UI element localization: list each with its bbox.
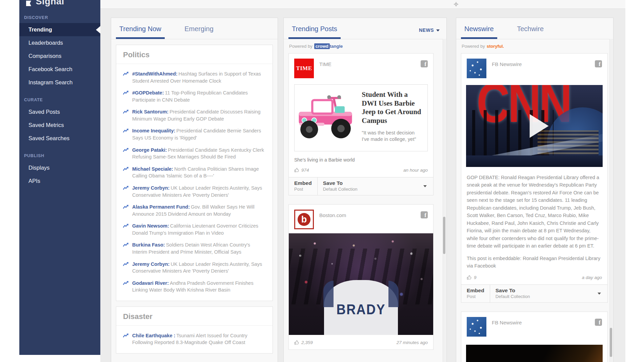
preview-headline[interactable]: Student With a DWI Uses Barbie Jeep to G… [362,90,421,125]
save-to-dropdown[interactable] [417,177,433,195]
tab-trending-now[interactable]: Trending Now [116,25,165,39]
post-stats: 974 an hour ago [289,163,433,177]
sidebar-item-comparisons[interactable]: Comparisons [19,49,100,63]
signal-logo[interactable]: Signal [19,0,100,7]
trending-topic-item[interactable]: Alaska Permanent Fund:Gov. Bill Walker S… [123,204,266,217]
trending-topic-item[interactable]: Jeremy Corbyn:UK Labour Leader Rejects A… [123,185,266,198]
sidebar-section-curate: CURATE [24,98,100,102]
trending-topic-item[interactable]: Jeremy Corbyn:UK Labour Leader Rejects A… [123,261,266,275]
sidebar-item-facebook-search[interactable]: Facebook Search [19,63,100,76]
post-source-name[interactable]: TIME [319,61,421,67]
boston-logo[interactable]: b [294,210,314,229]
topic-name[interactable]: #StandWithAhmed: [132,71,178,77]
trend-arrow-icon [123,90,129,95]
post-caption: She's living in a Barbie world [289,151,433,163]
section-title-disaster: Disaster [116,307,273,326]
sidebar-item-instagram-search[interactable]: Instagram Search [19,76,100,89]
sidebar-item-leaderboards[interactable]: Leaderboards [19,36,100,49]
time-logo-text: TIME [296,65,312,72]
topic-name[interactable]: Gavin Newsom: [132,223,169,229]
sidebar-item-displays[interactable]: Displays [19,161,100,174]
topic-name[interactable]: Burkina Faso: [132,242,165,248]
newswire-scrollbar-thumb[interactable] [610,328,612,357]
sidebar-item-apis[interactable]: APIs [19,174,100,188]
save-to-dropdown[interactable] [591,285,607,302]
topic-name[interactable]: Jeremy Corbyn: [132,261,169,267]
fb-newswire-logo[interactable] [467,59,486,78]
embed-button[interactable]: Embed Post [461,285,490,302]
tab-techwire[interactable]: Techwire [514,25,547,37]
posts-scrollbar-thumb[interactable] [443,217,445,254]
trending-topic-item[interactable]: Chile Earthquake :Tsunami Alert Issued f… [123,332,266,346]
trending-topic-item[interactable]: George Pataki:Presidential Candidate Say… [123,147,266,161]
post-header: FB Newswire [461,54,607,82]
topic-name[interactable]: George Pataki: [132,147,167,153]
sidebar-item-label: Comparisons [28,53,61,59]
facebook-icon[interactable] [421,60,428,67]
post-image-cropped[interactable] [466,345,603,362]
disaster-section: Disaster Chile Earthquake :Tsunami Alert… [116,306,273,354]
trending-topic-item[interactable]: Burkina Faso:Soldiers Detain West Africa… [123,241,266,255]
sidebar-item-saved-metrics[interactable]: Saved Metrics [19,119,100,132]
facebook-icon[interactable] [595,319,602,326]
newswire-scrollbar-track[interactable] [609,39,613,362]
brady-photo[interactable]: BRADY [289,233,433,335]
trending-topic-item[interactable]: Godavari River:Andhra Pradesh Government… [123,280,266,294]
link-preview[interactable]: Student With a DWI Uses Barbie Jeep to G… [294,84,428,151]
trending-topic-item[interactable]: Income Inequality:Presidential Candidate… [123,127,266,141]
facebook-icon[interactable] [595,60,602,67]
trending-panel: Trending Now Emerging Politics #StandWit… [111,18,278,362]
storyful-logo: storyful. [487,44,504,49]
link-preview-text: Student With a DWI Uses Barbie Jeep to G… [356,85,427,151]
newswire-tabs: Newswire Techwire [456,18,613,39]
disaster-topic-list: Chile Earthquake :Tsunami Alert Issued f… [116,326,273,353]
trend-arrow-icon [123,148,129,152]
fb-newswire-logo[interactable] [467,317,486,337]
tab-emerging[interactable]: Emerging [181,25,217,37]
play-button[interactable] [529,114,548,138]
section-title-politics: Politics [116,45,273,64]
topic-name[interactable]: Jeremy Corbyn: [132,185,169,191]
trending-topic-item[interactable]: Rick Santorum:Presidential Candidate Dis… [123,108,266,122]
save-to-collection: Default Collection [323,187,411,192]
sidebar-item-trending[interactable]: Trending [19,23,100,36]
topic-name[interactable]: Michael Speciale: [132,166,173,172]
sidebar-item-saved-searches[interactable]: Saved Searches [19,132,100,145]
barbie-jeep-image [295,85,356,151]
trending-topic-item[interactable]: #GOPDebate:11 Top-Polling Republican Can… [123,89,266,103]
sidebar-item-saved-posts[interactable]: Saved Posts [19,105,100,119]
post-source-name[interactable]: Boston.com [319,212,421,218]
trending-posts-panel: Trending Posts NEWS Powered bycrowdtangl… [283,18,447,362]
trending-topic-item[interactable]: Gavin Newsom:California Lieutenant Gover… [123,222,266,236]
powered-by-label: Powered by [462,44,485,49]
embed-button[interactable]: Embed Post [289,177,317,195]
chevron-down-icon [598,293,601,295]
sidebar-item-label: APIs [28,178,40,184]
save-to-button[interactable]: Save To Default Collection [490,285,591,302]
trending-topic-item[interactable]: Michael Speciale:North Carolina Politici… [123,166,266,179]
crowdtangle-logo-rest: tangle [330,44,343,49]
gear-icon[interactable] [454,2,459,7]
tab-newswire[interactable]: Newswire [461,25,497,39]
topic-name[interactable]: Chile Earthquake : [132,333,175,338]
post-source-name[interactable]: FB Newswire [492,61,595,67]
topic-name[interactable]: Income Inequality: [132,128,175,133]
news-filter-dropdown[interactable]: NEWS [419,27,440,33]
topic-name[interactable]: Godavari River: [132,280,169,286]
posts-scrollbar-track[interactable] [443,39,446,362]
facebook-icon[interactable] [421,211,428,218]
post-card-fb-newswire: FB Newswire CNN GOP DEBATE: Ronald Reaga… [461,53,608,303]
save-to-label: Save To [496,288,586,294]
trending-topic-item[interactable]: #StandWithAhmed:Hashtag Surfaces in Supp… [123,70,266,84]
save-to-button[interactable]: Save To Default Collection [317,177,417,195]
topic-name[interactable]: #GOPDebate: [132,90,164,95]
time-logo[interactable]: TIME [294,59,314,78]
cnn-video-thumbnail[interactable]: CNN [466,85,603,167]
powered-by-label: Powered by [289,44,313,49]
post-source-name[interactable]: FB Newswire [492,320,595,325]
topic-name[interactable]: Rick Santorum: [132,109,168,114]
trend-arrow-icon [123,186,129,190]
tab-trending-posts[interactable]: Trending Posts [288,25,341,39]
topic-name[interactable]: Alaska Permanent Fund: [132,204,190,210]
top-bar [100,0,625,9]
